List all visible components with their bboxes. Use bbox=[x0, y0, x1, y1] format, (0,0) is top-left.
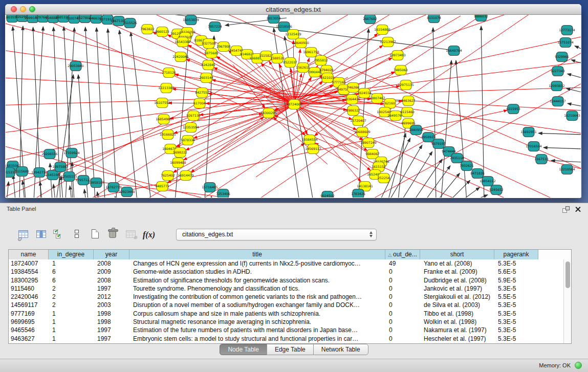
cell-title[interactable]: Corpus callosum shape and size in male p… bbox=[129, 310, 385, 318]
cell-outde[interactable]: 0 bbox=[385, 318, 420, 326]
cell-indegree[interactable]: 6 bbox=[49, 276, 94, 285]
cell-short[interactable]: Hescheler et al. (1997) bbox=[420, 335, 494, 343]
cell-name[interactable]: 9465546 bbox=[9, 326, 49, 334]
cell-outde[interactable]: 0 bbox=[385, 326, 420, 334]
cell-year[interactable]: 2003 bbox=[94, 301, 129, 309]
float-panel-icon[interactable] bbox=[562, 206, 570, 213]
cell-indegree[interactable]: 1 bbox=[49, 259, 94, 268]
column-header-title[interactable]: title bbox=[129, 250, 385, 259]
column-header-outde[interactable]: △out_de... bbox=[385, 250, 420, 259]
cell-outde[interactable]: 0 bbox=[385, 293, 420, 301]
cell-title[interactable]: Embryonic stem cells: a model to study s… bbox=[129, 335, 385, 343]
cell-short[interactable]: Yano et al. (2008) bbox=[420, 259, 494, 268]
cell-year[interactable]: 2009 bbox=[94, 268, 129, 276]
cell-title[interactable]: Estimation of the future numbers of pati… bbox=[129, 326, 385, 334]
table-row[interactable]: 946362711997Embryonic stem cells: a mode… bbox=[9, 335, 571, 343]
network-canvas[interactable]: 1603557492029362099140612976446154888941… bbox=[6, 15, 581, 198]
network-window-titlebar[interactable]: citations_edges.txt bbox=[5, 4, 581, 15]
edge[interactable] bbox=[13, 175, 15, 198]
cell-outde[interactable]: 49 bbox=[385, 259, 420, 268]
edge[interactable] bbox=[568, 103, 581, 106]
delete-column-icon[interactable] bbox=[107, 228, 119, 240]
cell-short[interactable]: Jankovic et al. (1997) bbox=[420, 285, 494, 293]
cell-year[interactable]: 1998 bbox=[94, 318, 129, 326]
tab-node-table[interactable]: Node Table bbox=[220, 344, 267, 355]
column-header-name[interactable]: name bbox=[9, 250, 49, 259]
table-row[interactable]: 946554611997Estimation of the future num… bbox=[9, 326, 571, 334]
cell-pagerank[interactable]: 5.5E-5 bbox=[494, 293, 538, 301]
cell-title[interactable]: Structural magnetic resonance image aver… bbox=[129, 318, 385, 326]
cell-title[interactable]: Investigating the contribution of common… bbox=[129, 293, 385, 301]
tab-network-table[interactable]: Network Table bbox=[313, 344, 368, 355]
function-builder-icon[interactable]: f(x) bbox=[143, 229, 155, 239]
cell-year[interactable]: 2012 bbox=[94, 293, 129, 301]
cell-short[interactable]: Dudbridge et al. (2008) bbox=[420, 276, 494, 285]
cell-indegree[interactable]: 2 bbox=[49, 293, 94, 301]
edge[interactable] bbox=[50, 163, 52, 198]
table-row[interactable]: 1456911722003Disruption of a novel membe… bbox=[9, 301, 571, 309]
row-height-icon[interactable] bbox=[71, 228, 83, 240]
cell-outde[interactable]: 0 bbox=[385, 276, 420, 285]
edge[interactable] bbox=[53, 184, 55, 198]
edge[interactable] bbox=[543, 147, 581, 149]
cell-pagerank[interactable]: 5.3E-5 bbox=[494, 335, 538, 343]
select-columns-icon[interactable]: ✔✔ bbox=[53, 228, 66, 240]
edge-selected[interactable] bbox=[273, 117, 328, 164]
cell-short[interactable]: Franke et al. (2009) bbox=[420, 268, 494, 276]
edge[interactable] bbox=[70, 186, 72, 198]
cell-pagerank[interactable]: 5.3E-5 bbox=[494, 326, 538, 334]
edge[interactable] bbox=[538, 133, 581, 135]
table-row[interactable]: 1830029562008Estimation of significance … bbox=[9, 276, 571, 285]
cell-name[interactable]: 9777169 bbox=[9, 310, 49, 318]
cell-year[interactable]: 1997 bbox=[94, 285, 129, 293]
cell-pagerank[interactable]: 5.3E-5 bbox=[494, 310, 538, 318]
cell-pagerank[interactable]: 5.3E-5 bbox=[494, 285, 538, 293]
cell-outde[interactable]: 0 bbox=[385, 310, 420, 318]
edge[interactable] bbox=[425, 166, 450, 198]
edge[interactable] bbox=[108, 29, 117, 198]
cell-outde[interactable]: 0 bbox=[385, 335, 420, 343]
cell-indegree[interactable]: 1 bbox=[49, 335, 94, 343]
cell-indegree[interactable]: 6 bbox=[49, 268, 94, 276]
edge[interactable] bbox=[568, 74, 581, 78]
table-settings-icon[interactable]: ⚙ bbox=[17, 228, 30, 240]
cell-pagerank[interactable]: 5.9E-5 bbox=[494, 276, 538, 285]
scrollbar-thumb[interactable] bbox=[565, 261, 570, 288]
column-header-year[interactable]: year bbox=[94, 250, 129, 259]
cell-pagerank[interactable]: 5.3E-5 bbox=[494, 259, 538, 268]
cell-year[interactable]: 2008 bbox=[94, 259, 129, 268]
edge-selected[interactable] bbox=[256, 143, 304, 177]
edge[interactable] bbox=[461, 187, 480, 198]
edge[interactable] bbox=[85, 27, 95, 198]
table-row[interactable]: 969969511998Structural magnetic resonanc… bbox=[9, 318, 571, 326]
cell-outde[interactable]: 0 bbox=[385, 301, 420, 309]
cell-short[interactable]: Nakamura et al. (1997) bbox=[420, 326, 494, 334]
column-header-pagerank[interactable]: pagerank bbox=[494, 250, 538, 259]
cell-indegree[interactable]: 1 bbox=[49, 310, 94, 318]
memory-ok-indicator[interactable] bbox=[575, 362, 582, 369]
cell-year[interactable]: 1997 bbox=[94, 326, 129, 334]
cell-indegree[interactable]: 2 bbox=[49, 301, 94, 309]
table-row[interactable]: 911546021997Tourette syndrome. Phenomeno… bbox=[9, 285, 571, 293]
cell-name[interactable]: 9699695 bbox=[9, 318, 49, 326]
cell-year[interactable]: 1997 bbox=[94, 335, 129, 343]
edge[interactable] bbox=[97, 28, 105, 198]
cell-short[interactable]: Wolkin et al. (1998) bbox=[420, 318, 494, 326]
tab-edge-table[interactable]: Edge Table bbox=[267, 344, 314, 355]
cell-outde[interactable]: 0 bbox=[385, 268, 420, 276]
close-panel-icon[interactable] bbox=[575, 206, 581, 212]
cell-name[interactable]: 18724007 bbox=[9, 259, 49, 268]
cell-name[interactable]: 22420046 bbox=[9, 293, 49, 301]
cell-name[interactable]: 19384554 bbox=[9, 268, 49, 276]
edge[interactable] bbox=[413, 159, 442, 198]
cell-pagerank[interactable]: 5.6E-5 bbox=[494, 268, 538, 276]
cell-pagerank[interactable]: 5.3E-5 bbox=[494, 318, 538, 326]
cell-short[interactable]: Tibbo et al. (1998) bbox=[420, 310, 494, 318]
table-row[interactable]: 1872400712008Changes of HCN gene express… bbox=[9, 259, 571, 268]
table-row[interactable]: 977716911998Corpus callosum shape and si… bbox=[9, 310, 571, 318]
cell-title[interactable]: Tourette syndrome. Phenomenology and cla… bbox=[129, 285, 385, 293]
column-header-short[interactable]: short bbox=[420, 250, 494, 259]
edge[interactable] bbox=[575, 46, 581, 50]
cell-name[interactable]: 18300295 bbox=[9, 276, 49, 285]
edge[interactable] bbox=[119, 30, 137, 198]
